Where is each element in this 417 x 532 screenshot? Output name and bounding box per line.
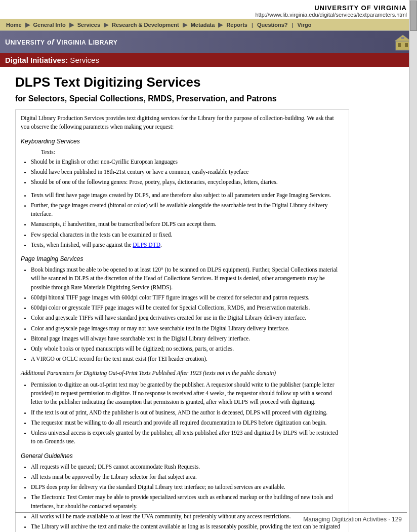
list-item: 600dpi color or greyscale TIFF page imag… bbox=[31, 303, 344, 312]
nav-metadata[interactable]: Metadata bbox=[188, 21, 218, 29]
university-of: UNIVERSITY bbox=[5, 38, 47, 46]
section-general: General Guidelines bbox=[21, 451, 344, 461]
list-item: Unless universal access is expressly gra… bbox=[31, 429, 344, 446]
virginia-text: VIRGINIA LIBRARY bbox=[54, 38, 117, 46]
list-item: All works will be made available to at l… bbox=[31, 512, 344, 521]
intro-text: Digital Library Production Services prov… bbox=[21, 114, 344, 132]
nav-virgo[interactable]: Virgo bbox=[295, 21, 315, 29]
nav-general-info[interactable]: General Info bbox=[30, 21, 69, 29]
nav-sep-1: ▶ bbox=[25, 21, 30, 28]
di-normal: Services bbox=[68, 56, 99, 64]
list-item: Further, the page images created (bitona… bbox=[31, 201, 344, 219]
svg-rect-2 bbox=[405, 43, 408, 47]
texts-label: Texts: bbox=[41, 148, 344, 157]
scroll-thumb[interactable] bbox=[410, 1, 417, 31]
section-keyboarding: Keyboarding Services bbox=[21, 137, 344, 146]
nav-services[interactable]: Services bbox=[74, 21, 103, 29]
svg-rect-1 bbox=[398, 43, 401, 47]
di-bold: Digital Initiatives: bbox=[5, 56, 68, 64]
nav-research[interactable]: Research & Development bbox=[109, 21, 182, 29]
list-item: Book bindings must be able to be opened … bbox=[31, 265, 344, 292]
nav-sep-2: ▶ bbox=[69, 21, 74, 28]
nav-sep-5: ▶ bbox=[218, 21, 223, 28]
list-item: Should be in English or other non-Cyrill… bbox=[31, 158, 344, 166]
nav-questions[interactable]: Questions? bbox=[254, 21, 291, 29]
list-item: Texts, when finished, will parse against… bbox=[31, 241, 344, 249]
nav-sep-4: ▶ bbox=[183, 21, 187, 28]
page-subtitle: for Selectors, Special Collections, RMDS… bbox=[15, 94, 349, 103]
nav-home[interactable]: Home bbox=[3, 21, 25, 29]
section-imaging: Page Imaging Services bbox=[21, 254, 344, 263]
keyboarding-list-1: Should be in English or other non-Cyrill… bbox=[31, 158, 344, 187]
general-list: All requests will be queued; DLPS cannot… bbox=[31, 463, 344, 533]
imaging-list: Book bindings must be able to be opened … bbox=[31, 265, 344, 364]
library-banner-text: UNIVERSITY of VIRGINIA LIBRARY bbox=[5, 38, 117, 46]
list-item: If the text is out of print, AND the pub… bbox=[31, 408, 344, 417]
dlps-dtd-link[interactable]: DLPS DTD bbox=[133, 242, 160, 248]
library-banner: UNIVERSITY of VIRGINIA LIBRARY bbox=[0, 31, 417, 53]
intro-box: Digital Library Production Services prov… bbox=[15, 109, 349, 532]
footer-text: Managing Digitization Activities · 129 bbox=[303, 516, 402, 523]
list-item: Bitonal page images will always have sea… bbox=[31, 334, 344, 343]
main-content: DLPS Text Digitizing Services for Select… bbox=[0, 67, 364, 532]
keyboarding-list-2: Texts will first have page images create… bbox=[31, 191, 344, 250]
list-item: Texts will first have page images create… bbox=[31, 191, 344, 200]
nav-sep-3: ▶ bbox=[104, 21, 108, 28]
svg-rect-4 bbox=[401, 37, 404, 39]
additional-params-heading: Additional Parameters for Digitizing Out… bbox=[21, 369, 344, 377]
list-item: The Electronic Text Center may be able t… bbox=[31, 493, 344, 511]
list-item: 600dpi bitonal TIFF page images with 600… bbox=[31, 293, 344, 302]
of-text: of bbox=[47, 38, 54, 46]
di-bar: Digital Initiatives: Services bbox=[0, 53, 417, 67]
nav-reports[interactable]: Reports bbox=[223, 21, 251, 29]
list-item: The requestor must be willing to do all … bbox=[31, 419, 344, 427]
list-item: All texts must be approved by the Librar… bbox=[31, 473, 344, 481]
scrollbar[interactable] bbox=[409, 0, 417, 532]
list-item: Only whole books or typed manuscripts wi… bbox=[31, 345, 344, 353]
page-title: DLPS Text Digitizing Services bbox=[15, 74, 349, 90]
list-item: Should be of one of the following genres… bbox=[31, 178, 344, 186]
footer-divider bbox=[15, 512, 407, 513]
list-item: The Library will archive the text and ma… bbox=[31, 522, 344, 532]
list-item: DLPS does prep for delivery via the stan… bbox=[31, 483, 344, 491]
list-item: All requests will be queued; DLPS cannot… bbox=[31, 463, 344, 471]
list-item: Few special characters in the texts can … bbox=[31, 231, 344, 239]
list-item: Color and greyscale page images may or m… bbox=[31, 324, 344, 333]
top-header: UNIVERSITY OF VIRGINIA http://www.lib.vi… bbox=[0, 0, 417, 19]
list-item: Color and greyscale TIFFs will have stan… bbox=[31, 314, 344, 322]
university-url: http://www.lib.virginia.edu/digital/serv… bbox=[0, 12, 407, 18]
page-footer: Managing Digitization Activities · 129 bbox=[303, 516, 402, 523]
list-item: Permission to digitize an out-of-print t… bbox=[31, 381, 344, 407]
nav-bar: Home ▶ General Info ▶ Services ▶ Researc… bbox=[0, 19, 417, 31]
list-item: Manuscripts, if handwritten, must be tra… bbox=[31, 220, 344, 229]
university-name: UNIVERSITY OF VIRGINIA bbox=[0, 4, 407, 12]
additional-list: Permission to digitize an out-of-print t… bbox=[31, 381, 344, 446]
list-item: Should have been published in 18th-21st … bbox=[31, 168, 344, 176]
list-item: A VIRGO or OCLC record for the text must… bbox=[31, 355, 344, 363]
